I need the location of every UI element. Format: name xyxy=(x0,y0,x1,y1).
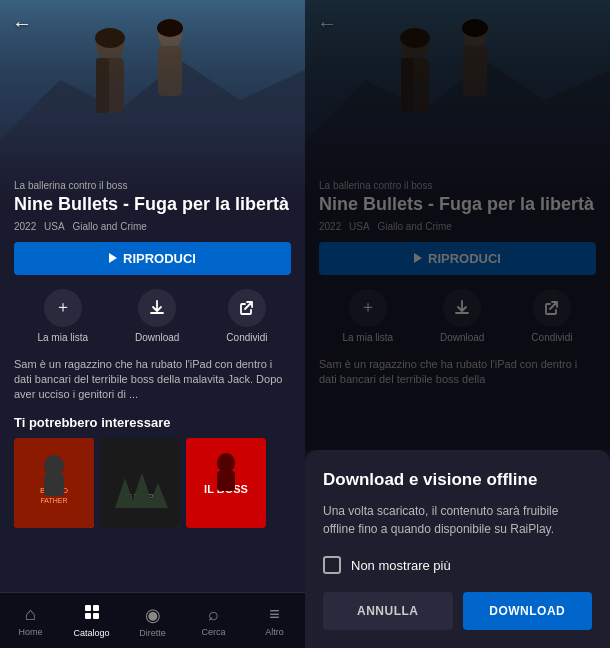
action-share-left[interactable]: Condividi xyxy=(226,289,267,343)
play-button-left[interactable]: RIPRODUCI xyxy=(14,242,291,275)
description-left: Sam è un ragazzino che ha rubato l'iPad … xyxy=(14,357,291,403)
related-card-blood[interactable]: BLOOD FATHER xyxy=(14,438,94,528)
modal-description: Una volta scaricato, il contenuto sarà f… xyxy=(323,502,592,538)
more-icon: ≡ xyxy=(269,604,280,625)
wishlist-label-left: La mia lista xyxy=(37,332,88,343)
dont-show-label: Non mostrare più xyxy=(351,558,451,573)
hero-scene xyxy=(0,0,305,200)
content-left: La ballerina contro il boss Nine Bullets… xyxy=(0,180,305,528)
modal-title: Download e visione offline xyxy=(323,470,592,490)
genre-left: Giallo and Crime xyxy=(72,221,146,232)
nav-live[interactable]: ◉ Dirette xyxy=(122,598,183,644)
download-modal-overlay: Download e visione offline Una volta sca… xyxy=(305,0,610,648)
catalog-icon xyxy=(83,603,101,626)
search-label: Cerca xyxy=(201,627,225,637)
live-icon: ◉ xyxy=(145,604,161,626)
download-icon-left xyxy=(138,289,176,327)
download-label-left: Download xyxy=(135,332,179,343)
more-label: Altro xyxy=(265,627,284,637)
title-left: Nine Bullets - Fuga per la libertà xyxy=(14,194,291,216)
home-icon: ⌂ xyxy=(25,604,36,625)
svg-rect-14 xyxy=(44,474,64,496)
nav-more[interactable]: ≡ Altro xyxy=(244,598,305,643)
svg-text:FATHER: FATHER xyxy=(40,497,67,504)
action-wishlist-left[interactable]: ＋ La mia lista xyxy=(37,289,88,343)
action-download-left[interactable]: Download xyxy=(135,289,179,343)
svg-rect-25 xyxy=(85,605,91,611)
related-grid-left: BLOOD FATHER LE PALUDI DELLA MORTE xyxy=(14,438,291,528)
svg-rect-27 xyxy=(85,613,91,619)
bottom-nav: ⌂ Home Catalogo ◉ Dirette xyxy=(0,592,305,648)
svg-rect-24 xyxy=(217,471,235,491)
svg-rect-28 xyxy=(93,613,99,619)
hero-svg xyxy=(0,0,305,200)
play-label-left: RIPRODUCI xyxy=(123,251,196,266)
svg-point-23 xyxy=(217,453,235,473)
play-icon-left xyxy=(109,253,117,263)
left-panel: ← La ballerina contro il boss Nine Bulle… xyxy=(0,0,305,648)
meta-left: 2022 USA Giallo and Crime xyxy=(14,221,291,232)
app-container: ← La ballerina contro il boss Nine Bulle… xyxy=(0,0,610,648)
nav-search[interactable]: ⌕ Cerca xyxy=(183,598,244,643)
actions-left: ＋ La mia lista Download xyxy=(14,289,291,343)
cancel-button[interactable]: ANNULLA xyxy=(323,592,453,630)
share-icon-left xyxy=(228,289,266,327)
dont-show-checkbox[interactable] xyxy=(323,556,341,574)
nav-home[interactable]: ⌂ Home xyxy=(0,598,61,643)
modal-buttons: ANNULLA DOWNLOAD xyxy=(323,592,592,630)
catalog-label: Catalogo xyxy=(73,628,109,638)
share-label-left: Condividi xyxy=(226,332,267,343)
modal-backdrop[interactable] xyxy=(305,0,610,450)
checkbox-row: Non mostrare più xyxy=(323,556,592,574)
country-left: USA xyxy=(44,221,65,232)
live-label: Dirette xyxy=(139,628,166,638)
modal-card: Download e visione offline Una volta sca… xyxy=(305,450,610,648)
year-left: 2022 xyxy=(14,221,36,232)
related-title-left: Ti potrebbero interessare xyxy=(14,415,291,430)
search-icon: ⌕ xyxy=(208,604,219,625)
svg-rect-9 xyxy=(0,0,305,200)
svg-rect-26 xyxy=(93,605,99,611)
hero-image-left: ← xyxy=(0,0,305,200)
wishlist-icon-left: ＋ xyxy=(44,289,82,327)
related-card-boss[interactable]: IL BOSS xyxy=(186,438,266,528)
svg-point-13 xyxy=(44,455,64,477)
home-label: Home xyxy=(18,627,42,637)
back-button-left[interactable]: ← xyxy=(12,12,32,35)
nav-catalog[interactable]: Catalogo xyxy=(61,597,122,644)
download-confirm-button[interactable]: DOWNLOAD xyxy=(463,592,593,630)
subtitle-left: La ballerina contro il boss xyxy=(14,180,291,191)
related-card-paludi[interactable]: LE PALUDI DELLA MORTE xyxy=(100,438,180,528)
